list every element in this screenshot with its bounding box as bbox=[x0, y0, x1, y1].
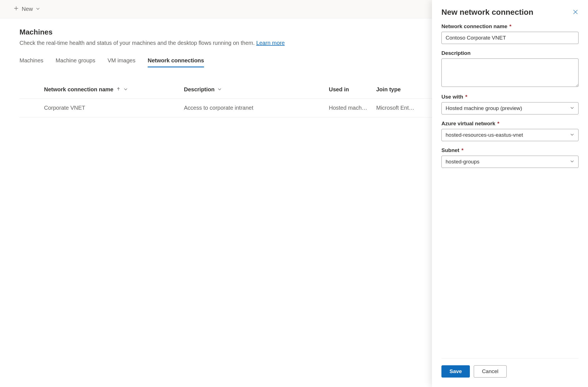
cancel-button[interactable]: Cancel bbox=[474, 365, 506, 378]
tab-network-connections[interactable]: Network connections bbox=[148, 57, 204, 67]
save-button[interactable]: Save bbox=[441, 365, 470, 378]
chevron-down-icon bbox=[217, 86, 222, 93]
field-subnet-label: Subnet * bbox=[441, 147, 579, 153]
new-button-label: New bbox=[22, 6, 33, 12]
column-header-join-type[interactable]: Join type bbox=[376, 86, 438, 93]
field-azure-vnet-label: Azure virtual network * bbox=[441, 121, 579, 127]
azure-vnet-select[interactable]: hosted-resources-us-eastus-vnet bbox=[441, 129, 579, 141]
column-header-name[interactable]: Network connection name bbox=[20, 86, 184, 93]
cell-join-type: Microsoft Ent… bbox=[376, 105, 438, 111]
required-marker: * bbox=[460, 147, 463, 153]
required-marker: * bbox=[508, 23, 512, 29]
column-header-description-label: Description bbox=[184, 86, 215, 93]
close-icon bbox=[572, 11, 579, 16]
field-use-with-label: Use with * bbox=[441, 94, 579, 100]
chevron-down-icon bbox=[36, 6, 40, 12]
field-name-label: Network connection name * bbox=[441, 23, 579, 30]
field-azure-vnet: Azure virtual network * hosted-resources… bbox=[441, 121, 579, 141]
panel-header: New network connection bbox=[441, 8, 579, 17]
cell-used-in: Hosted mach… bbox=[329, 105, 376, 111]
required-marker: * bbox=[464, 94, 467, 100]
chevron-down-icon bbox=[570, 159, 574, 165]
field-description-label: Description bbox=[441, 50, 579, 56]
chevron-down-icon bbox=[570, 105, 574, 111]
app-root: New Machines Check the real-time health … bbox=[0, 0, 588, 387]
name-input[interactable] bbox=[441, 32, 579, 44]
cell-description: Access to corporate intranet bbox=[184, 105, 329, 111]
side-panel: New network connection Network connectio… bbox=[432, 0, 588, 387]
panel-form: Network connection name * Description Us… bbox=[441, 23, 579, 358]
tab-machine-groups[interactable]: Machine groups bbox=[56, 57, 95, 67]
subnet-value: hosted-groups bbox=[446, 159, 570, 165]
plus-icon bbox=[13, 6, 19, 13]
chevron-down-icon bbox=[123, 86, 128, 93]
cell-name: Corporate VNET bbox=[20, 105, 184, 111]
close-button[interactable] bbox=[572, 9, 579, 16]
subnet-select[interactable]: hosted-groups bbox=[441, 156, 579, 168]
learn-more-link[interactable]: Learn more bbox=[256, 40, 285, 46]
field-use-with: Use with * Hosted machine group (preview… bbox=[441, 94, 579, 114]
field-subnet: Subnet * hosted-groups bbox=[441, 147, 579, 168]
column-header-name-label: Network connection name bbox=[44, 86, 113, 93]
use-with-select[interactable]: Hosted machine group (preview) bbox=[441, 102, 579, 114]
arrow-up-icon bbox=[116, 86, 121, 93]
panel-footer: Save Cancel bbox=[441, 358, 579, 387]
field-name: Network connection name * bbox=[441, 23, 579, 44]
use-with-value: Hosted machine group (preview) bbox=[446, 105, 570, 111]
new-button[interactable]: New bbox=[13, 6, 40, 13]
chevron-down-icon bbox=[570, 132, 574, 138]
description-input[interactable] bbox=[441, 58, 579, 87]
tab-machines[interactable]: Machines bbox=[20, 57, 43, 67]
required-marker: * bbox=[496, 121, 499, 126]
azure-vnet-value: hosted-resources-us-eastus-vnet bbox=[446, 132, 570, 138]
page-subtitle-text: Check the real-time health and status of… bbox=[20, 40, 256, 46]
column-header-used-in[interactable]: Used in bbox=[329, 86, 376, 93]
tab-vm-images[interactable]: VM images bbox=[108, 57, 135, 67]
field-description: Description bbox=[441, 50, 579, 88]
column-header-description[interactable]: Description bbox=[184, 86, 329, 93]
panel-title: New network connection bbox=[441, 8, 533, 17]
